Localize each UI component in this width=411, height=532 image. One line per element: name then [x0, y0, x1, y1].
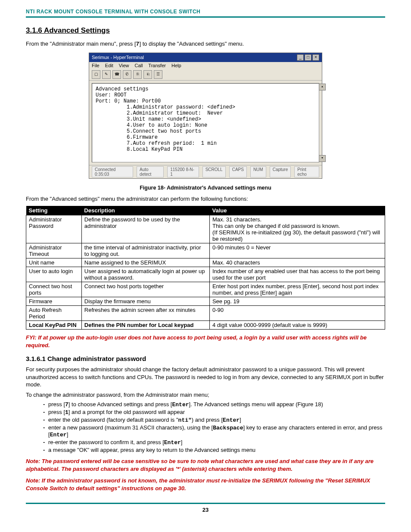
terminal-menubar[interactable]: File Edit View Call Transfer Help	[89, 62, 322, 69]
key: 1	[65, 409, 68, 416]
toolbar-recv-icon[interactable]: ⎗	[143, 70, 152, 79]
cell: 0-90 minutes 0 = Never	[209, 243, 385, 258]
table-row: Connect two host portsConnect two host p…	[26, 282, 385, 297]
list-item: re-enter the password to confirm it, and…	[43, 439, 385, 446]
section-title: 3.1.6 Advanced Settings	[26, 26, 385, 35]
cell: Name assigned to the SERIMUX	[81, 258, 209, 267]
terminal-statusbar: Connected 0:35:03 Auto detect 115200 8-N…	[89, 165, 322, 178]
table-row: FirmwareDisplay the firmware menuSee pg.…	[26, 297, 385, 306]
term-line: 5.Connect two host ports	[96, 128, 315, 134]
t: ]	[240, 417, 241, 423]
key: 7	[65, 401, 68, 408]
t: press [	[48, 401, 65, 408]
cell: Firmware	[26, 297, 82, 306]
cell: Max. 31 characters. This can only be cha…	[209, 215, 385, 243]
status-conn: Connected 0:35:03	[92, 166, 133, 177]
col-setting: Setting	[26, 206, 82, 215]
cell: Display the firmware menu	[81, 297, 209, 306]
menu-help[interactable]: Help	[171, 63, 181, 68]
scroll-down-icon[interactable]: ▾	[319, 155, 326, 162]
terminal-titlebar: Serimux - HyperTerminal _ □ ×	[89, 53, 322, 62]
key: Enter	[50, 432, 67, 438]
cell: Administrator Timeout	[26, 243, 82, 258]
terminal-toolbar[interactable]: ▢ ✎ ☎ ✆ ⎘ ⎗ ☰	[89, 69, 322, 81]
menu-transfer[interactable]: Transfer	[148, 63, 166, 68]
table-row: User to auto loginUser assigned to autom…	[26, 267, 385, 282]
table-row: Administrator Timeoutthe time interval o…	[26, 243, 385, 258]
toolbar-send-icon[interactable]: ⎘	[133, 70, 142, 79]
terminal-body: ▴ ▾ Advanced settings User: ROOT Port: 0…	[92, 83, 319, 162]
col-value: Value	[209, 206, 385, 215]
list-item: press [7] to choose Advanced settings an…	[43, 401, 385, 408]
cell: the time interval of administrator inact…	[81, 243, 209, 258]
cell: Connect two host ports	[26, 282, 82, 297]
status-scroll: SCROLL	[202, 166, 226, 177]
list-item: enter the old password (factory default …	[43, 417, 385, 423]
sub-p2: To change the administrator password, fr…	[26, 391, 385, 399]
intro-line: From the "Administrator main menu", pres…	[26, 40, 385, 48]
toolbar-open-icon[interactable]: ✎	[102, 70, 111, 79]
cell: Refreshes the admin screen after xx minu…	[81, 306, 209, 321]
cell: Defines the PIN number for Local keypad	[81, 321, 209, 330]
table-row: Unit nameName assigned to the SERIMUXMax…	[26, 258, 385, 267]
status-detect: Auto detect	[137, 166, 164, 177]
t: ]	[181, 439, 183, 445]
cell: Max. 40 characters	[209, 258, 385, 267]
status-caps: CAPS	[229, 166, 247, 177]
key: Backspace	[213, 425, 243, 431]
term-line: 6.Firmware	[96, 134, 315, 140]
cell: Index number of any enabled user that ha…	[209, 267, 385, 282]
menu-file[interactable]: File	[92, 63, 100, 68]
key: Enter	[223, 417, 240, 423]
minimize-icon[interactable]: _	[297, 54, 304, 61]
terminal-window: Serimux - HyperTerminal _ □ × File Edit …	[89, 53, 322, 179]
t: a message "OK" will appear, press any ke…	[48, 447, 255, 453]
close-icon[interactable]: ×	[312, 54, 319, 61]
t: enter the old password (factory default …	[48, 417, 178, 423]
page-footer: 23	[26, 503, 385, 513]
doc-header: NTI RACK MOUNT CONSOLE TERMINAL WITH CON…	[26, 9, 385, 18]
settings-table: Setting Description Value Administrator …	[26, 206, 385, 330]
key: Enter	[172, 401, 189, 408]
col-description: Description	[81, 206, 209, 215]
t: ] to choose Advanced settings and press …	[68, 401, 172, 408]
cell: Auto Refresh Period	[26, 306, 82, 321]
table-row: Auto Refresh PeriodRefreshes the admin s…	[26, 306, 385, 321]
list-item: press [1] and a prompt for the old passw…	[43, 409, 385, 416]
intro-post: ] to display the "Advanced settings" men…	[139, 40, 244, 47]
term-line: 1.Administrator password: <defined>	[96, 104, 315, 110]
status-num: NUM	[250, 166, 266, 177]
key: nti"	[178, 417, 192, 423]
table-row: Local KeyPad PINDefines the PIN number f…	[26, 321, 385, 330]
status-capture: Capture	[270, 166, 291, 177]
sub-p1: For security purposes the administrator …	[26, 366, 385, 389]
terminal-title: Serimux - HyperTerminal	[92, 55, 144, 60]
cell: Local KeyPad PIN	[26, 321, 82, 330]
toolbar-call-icon[interactable]: ☎	[112, 70, 121, 79]
scroll-up-icon[interactable]: ▴	[319, 84, 326, 90]
t: ]. The Advanced settings menu will appea…	[189, 401, 323, 408]
menu-view[interactable]: View	[119, 63, 129, 68]
intro2: From the "Advanced settings" menu the ad…	[26, 195, 385, 203]
t: ) and press [	[192, 417, 223, 423]
status-echo: Print echo	[294, 166, 319, 177]
cell: Define the password to be used by the ad…	[81, 215, 209, 243]
toolbar-hang-icon[interactable]: ✆	[123, 70, 131, 79]
maximize-icon[interactable]: □	[305, 54, 311, 61]
menu-call[interactable]: Call	[135, 63, 143, 68]
toolbar-new-icon[interactable]: ▢	[92, 70, 100, 79]
cell: 0-90	[209, 306, 385, 321]
key: Enter	[164, 439, 181, 446]
cell: See pg. 19	[209, 297, 385, 306]
page-number: 23	[202, 507, 209, 513]
status-baud: 115200 8-N-1	[167, 166, 199, 177]
menu-edit[interactable]: Edit	[105, 63, 113, 68]
note2: Note: If the administrator password is n…	[26, 477, 385, 492]
list-item: a message "OK" will appear, press any ke…	[43, 447, 385, 453]
t: enter a new password (maximum 31 ASCII c…	[48, 424, 213, 431]
window-buttons[interactable]: _ □ ×	[297, 54, 319, 61]
term-line: 7.Auto refresh period: 1 min	[96, 140, 315, 146]
toolbar-prop-icon[interactable]: ☰	[154, 70, 162, 79]
subsection-title: 3.1.6.1 Change administrator password	[26, 355, 385, 362]
term-line: Port: 0; Name: Port00	[96, 98, 315, 104]
